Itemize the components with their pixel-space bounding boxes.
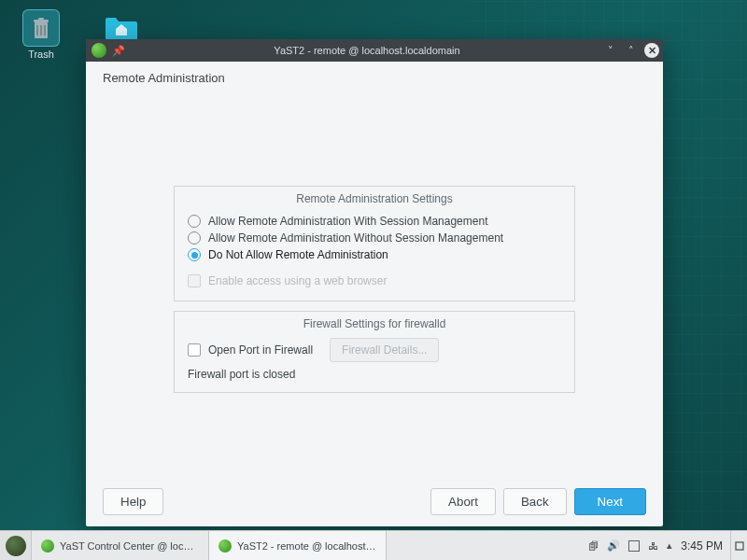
checkbox-icon <box>188 343 201 357</box>
firewall-group: Firewall Settings for firewalld Open Por… <box>174 311 575 393</box>
yast-app-icon <box>218 539 232 553</box>
radio-icon <box>188 231 201 245</box>
abort-button[interactable]: Abort <box>430 488 496 515</box>
tray-expand-icon[interactable]: ▴ <box>667 539 672 552</box>
radio-label: Do Not Allow Remote Administration <box>208 248 388 261</box>
back-button[interactable]: Back <box>503 488 567 515</box>
start-menu-button[interactable] <box>0 531 32 560</box>
svg-rect-6 <box>736 542 743 550</box>
clipboard-icon[interactable]: 🗐 <box>588 540 599 552</box>
radio-icon <box>188 248 201 261</box>
yast-app-icon <box>92 43 106 58</box>
window-titlebar[interactable]: 📌 YaST2 - remote @ localhost.localdomain… <box>86 39 663 62</box>
volume-icon[interactable]: 🔊 <box>607 539 620 552</box>
taskbar-item-yast-remote[interactable]: YaST2 - remote @ localhost.locald... <box>209 531 387 560</box>
next-button[interactable]: Next <box>574 488 646 515</box>
show-desktop-button[interactable] <box>730 531 747 560</box>
checkbox-open-port[interactable]: Open Port in Firewall <box>188 342 313 358</box>
desktop-trash-icon[interactable]: Trash <box>13 9 69 65</box>
opensuse-icon <box>6 536 26 556</box>
firewall-status: Firewall port is closed <box>188 368 561 381</box>
task-label: YaST Control Center @ localhost.lo... <box>60 540 199 552</box>
svg-rect-5 <box>38 18 44 20</box>
svg-rect-3 <box>44 25 46 35</box>
trash-label: Trash <box>28 49 54 60</box>
dialog-button-row: Help Abort Back Next <box>103 488 646 515</box>
radio-allow-with-session[interactable]: Allow Remote Administration With Session… <box>188 213 561 230</box>
taskbar: YaST Control Center @ localhost.lo... Ya… <box>0 530 747 560</box>
close-icon[interactable]: ✕ <box>644 43 659 58</box>
help-button[interactable]: Help <box>103 488 163 515</box>
checkbox-web-browser: Enable access using a web browser <box>188 273 561 289</box>
svg-rect-4 <box>34 20 49 22</box>
radio-label: Allow Remote Administration Without Sess… <box>208 231 503 245</box>
remote-admin-group: Remote Administration Settings Allow Rem… <box>174 186 575 301</box>
task-label: YaST2 - remote @ localhost.locald... <box>237 540 376 552</box>
pin-icon[interactable]: 📌 <box>112 45 125 57</box>
svg-rect-2 <box>40 25 42 35</box>
maximize-icon[interactable]: ˄ <box>624 43 639 58</box>
yast-window: 📌 YaST2 - remote @ localhost.localdomain… <box>86 39 663 526</box>
radio-label: Allow Remote Administration With Session… <box>208 215 487 228</box>
remote-admin-group-title: Remote Administration Settings <box>188 192 561 205</box>
battery-icon[interactable] <box>628 540 640 552</box>
clock[interactable]: 3:45 PM <box>681 539 723 553</box>
network-icon[interactable]: 🖧 <box>648 540 658 552</box>
firewall-group-title: Firewall Settings for firewalld <box>188 317 561 330</box>
taskbar-item-yast-control-center[interactable]: YaST Control Center @ localhost.lo... <box>32 531 209 560</box>
minimize-icon[interactable]: ˅ <box>603 43 618 58</box>
window-title: YaST2 - remote @ localhost.localdomain <box>131 45 603 56</box>
radio-icon <box>188 215 201 228</box>
radio-do-not-allow[interactable]: Do Not Allow Remote Administration <box>188 246 561 263</box>
page-title: Remote Administration <box>103 71 646 85</box>
checkbox-label: Enable access using a web browser <box>208 274 387 287</box>
yast-app-icon <box>41 539 54 553</box>
checkbox-label: Open Port in Firewall <box>208 343 313 357</box>
svg-rect-1 <box>36 25 38 35</box>
trash-icon <box>22 9 60 47</box>
firewall-details-button: Firewall Details... <box>330 338 439 362</box>
checkbox-icon <box>188 274 201 287</box>
window-content: Remote Administration Remote Administrat… <box>86 62 663 526</box>
radio-allow-without-session[interactable]: Allow Remote Administration Without Sess… <box>188 230 561 246</box>
system-tray: 🗐 🔊 🖧 ▴ 3:45 PM <box>581 531 730 560</box>
